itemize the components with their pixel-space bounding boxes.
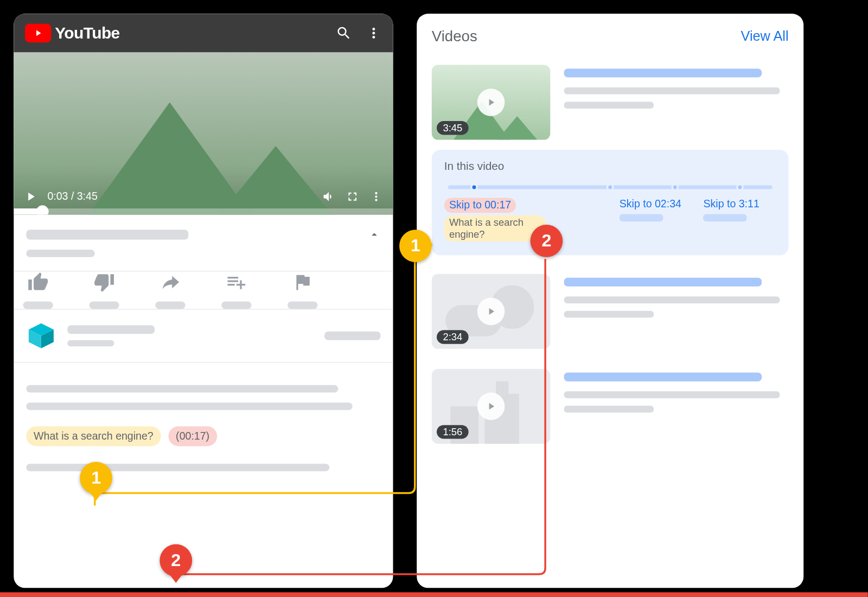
key-moment-skip[interactable]: Skip to 00:17	[444, 198, 516, 213]
playlist-add-icon	[226, 271, 247, 295]
result-title-placeholder	[564, 69, 762, 78]
video-result[interactable]: 3:45	[417, 59, 803, 146]
video-title-section	[14, 215, 393, 271]
key-moments-box: In this video Skip to 00:17 What is a se…	[432, 150, 789, 256]
youtube-logo[interactable]: YouTube	[25, 23, 120, 43]
key-moments-title: In this video	[444, 160, 776, 173]
youtube-wordmark: YouTube	[55, 23, 119, 43]
share-icon	[159, 271, 181, 295]
share-button[interactable]	[149, 271, 193, 309]
description-section	[14, 366, 393, 410]
channel-sub-placeholder	[67, 340, 114, 347]
duration-badge: 2:34	[437, 331, 469, 344]
player-more-icon[interactable]	[369, 190, 383, 204]
video-player[interactable]: 0:03 / 3:45	[14, 53, 393, 215]
view-all-link[interactable]: View All	[741, 28, 788, 45]
report-button[interactable]	[281, 271, 325, 309]
play-circle-icon	[477, 88, 505, 116]
volume-icon[interactable]	[322, 190, 335, 204]
more-vert-icon[interactable]	[366, 25, 382, 41]
thumbs-up-icon	[28, 271, 49, 295]
chapter-chip-row: What is a search engine? (00:17)	[14, 410, 393, 447]
search-icon[interactable]	[336, 25, 352, 41]
key-moments-track[interactable]	[448, 186, 773, 189]
search-videos-card: Videos View All 3:45 In this video Skip …	[417, 14, 803, 588]
youtube-header: YouTube	[14, 14, 393, 52]
video-result[interactable]: 1:56	[417, 363, 803, 450]
player-time: 0:03 / 3:45	[47, 190, 97, 203]
key-moment-skip[interactable]: Skip to 3:11	[704, 198, 776, 211]
like-button[interactable]	[16, 271, 60, 309]
video-actions	[14, 271, 393, 309]
youtube-watch-card: YouTube 0:03 / 3:45	[14, 14, 393, 588]
callout-badge-2: 2	[159, 544, 192, 577]
callout-badge-1: 1	[399, 230, 432, 262]
video-title-placeholder	[26, 230, 188, 239]
videos-heading: Videos	[432, 28, 477, 45]
channel-name-placeholder	[67, 325, 155, 334]
bottom-accent-strip	[0, 592, 868, 597]
description-line-placeholder	[26, 463, 329, 471]
video-subtitle-placeholder	[26, 250, 95, 257]
videos-header: Videos View All	[417, 14, 803, 59]
video-result[interactable]: 2:34	[417, 268, 803, 355]
duration-badge: 3:45	[437, 121, 469, 135]
channel-avatar-icon[interactable]	[26, 321, 56, 351]
video-thumbnail[interactable]: 3:45	[432, 65, 551, 140]
play-icon[interactable]	[24, 190, 37, 204]
flag-icon	[292, 271, 313, 295]
progress-track[interactable]	[14, 208, 393, 214]
thumbs-down-icon	[94, 271, 115, 295]
channel-row	[14, 309, 393, 362]
video-thumbnail[interactable]: 2:34	[432, 274, 551, 349]
video-thumbnail[interactable]: 1:56	[432, 369, 551, 444]
chapter-title-chip[interactable]: What is a search engine?	[26, 426, 161, 446]
play-circle-icon	[477, 393, 505, 421]
play-circle-icon	[477, 298, 505, 326]
key-moment-skip[interactable]: Skip to 02:34	[620, 198, 692, 211]
fullscreen-icon[interactable]	[346, 190, 359, 204]
subscribe-placeholder[interactable]	[324, 332, 381, 340]
callout-badge-2: 2	[531, 225, 563, 257]
youtube-play-icon	[25, 24, 51, 42]
callout-badge-1: 1	[80, 462, 112, 494]
chapter-time-chip[interactable]: (00:17)	[168, 426, 217, 446]
duration-badge: 1:56	[437, 425, 469, 439]
dislike-button[interactable]	[82, 271, 126, 309]
save-button[interactable]	[215, 271, 258, 309]
expand-icon[interactable]	[368, 228, 381, 241]
